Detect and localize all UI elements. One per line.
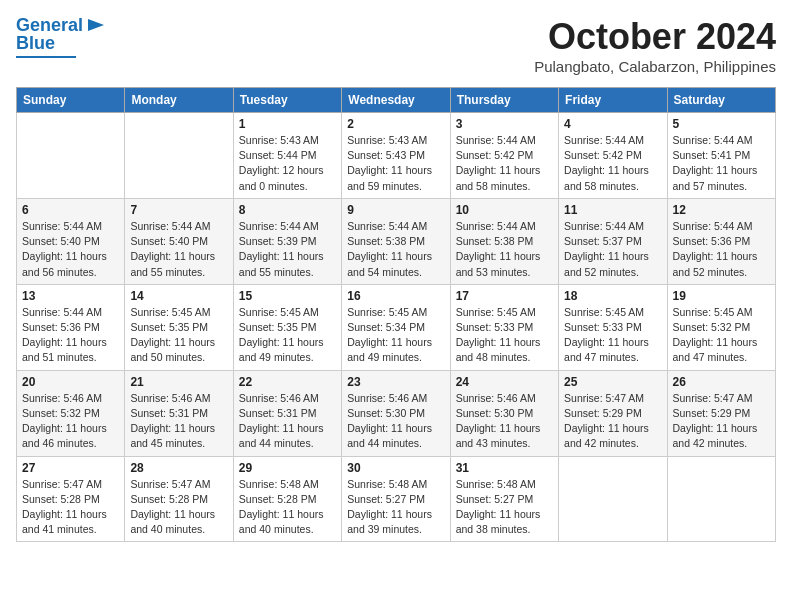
day-info: Sunrise: 5:44 AMSunset: 5:38 PMDaylight:… [456, 219, 553, 280]
day-number: 2 [347, 117, 444, 131]
day-number: 10 [456, 203, 553, 217]
header-monday: Monday [125, 88, 233, 113]
day-info: Sunrise: 5:44 AMSunset: 5:40 PMDaylight:… [130, 219, 227, 280]
day-info: Sunrise: 5:43 AMSunset: 5:43 PMDaylight:… [347, 133, 444, 194]
day-info: Sunrise: 5:48 AMSunset: 5:27 PMDaylight:… [456, 477, 553, 538]
week-row-4: 20Sunrise: 5:46 AMSunset: 5:32 PMDayligh… [17, 370, 776, 456]
day-info: Sunrise: 5:44 AMSunset: 5:40 PMDaylight:… [22, 219, 119, 280]
day-cell: 13Sunrise: 5:44 AMSunset: 5:36 PMDayligh… [17, 284, 125, 370]
svg-marker-0 [88, 19, 104, 31]
day-number: 28 [130, 461, 227, 475]
title-block: October 2024 Pulangbato, Calabarzon, Phi… [534, 16, 776, 75]
day-number: 26 [673, 375, 770, 389]
day-info: Sunrise: 5:44 AMSunset: 5:41 PMDaylight:… [673, 133, 770, 194]
day-cell: 21Sunrise: 5:46 AMSunset: 5:31 PMDayligh… [125, 370, 233, 456]
day-cell: 5Sunrise: 5:44 AMSunset: 5:41 PMDaylight… [667, 113, 775, 199]
day-number: 4 [564, 117, 661, 131]
day-info: Sunrise: 5:48 AMSunset: 5:28 PMDaylight:… [239, 477, 336, 538]
page-header: General Blue October 2024 Pulangbato, Ca… [16, 16, 776, 75]
day-cell: 30Sunrise: 5:48 AMSunset: 5:27 PMDayligh… [342, 456, 450, 542]
day-number: 18 [564, 289, 661, 303]
day-number: 1 [239, 117, 336, 131]
week-row-1: 1Sunrise: 5:43 AMSunset: 5:44 PMDaylight… [17, 113, 776, 199]
header-thursday: Thursday [450, 88, 558, 113]
header-tuesday: Tuesday [233, 88, 341, 113]
day-number: 24 [456, 375, 553, 389]
day-number: 27 [22, 461, 119, 475]
day-cell: 3Sunrise: 5:44 AMSunset: 5:42 PMDaylight… [450, 113, 558, 199]
day-info: Sunrise: 5:45 AMSunset: 5:35 PMDaylight:… [239, 305, 336, 366]
day-number: 3 [456, 117, 553, 131]
day-cell [559, 456, 667, 542]
day-info: Sunrise: 5:47 AMSunset: 5:29 PMDaylight:… [673, 391, 770, 452]
logo: General Blue [16, 16, 106, 58]
week-row-5: 27Sunrise: 5:47 AMSunset: 5:28 PMDayligh… [17, 456, 776, 542]
day-info: Sunrise: 5:44 AMSunset: 5:36 PMDaylight:… [673, 219, 770, 280]
day-info: Sunrise: 5:45 AMSunset: 5:33 PMDaylight:… [456, 305, 553, 366]
day-number: 14 [130, 289, 227, 303]
day-cell: 26Sunrise: 5:47 AMSunset: 5:29 PMDayligh… [667, 370, 775, 456]
week-row-3: 13Sunrise: 5:44 AMSunset: 5:36 PMDayligh… [17, 284, 776, 370]
day-cell: 2Sunrise: 5:43 AMSunset: 5:43 PMDaylight… [342, 113, 450, 199]
day-number: 17 [456, 289, 553, 303]
day-number: 8 [239, 203, 336, 217]
day-cell: 8Sunrise: 5:44 AMSunset: 5:39 PMDaylight… [233, 198, 341, 284]
header-saturday: Saturday [667, 88, 775, 113]
day-number: 12 [673, 203, 770, 217]
day-info: Sunrise: 5:46 AMSunset: 5:31 PMDaylight:… [130, 391, 227, 452]
day-info: Sunrise: 5:45 AMSunset: 5:32 PMDaylight:… [673, 305, 770, 366]
day-cell: 25Sunrise: 5:47 AMSunset: 5:29 PMDayligh… [559, 370, 667, 456]
day-cell: 12Sunrise: 5:44 AMSunset: 5:36 PMDayligh… [667, 198, 775, 284]
day-number: 16 [347, 289, 444, 303]
header-wednesday: Wednesday [342, 88, 450, 113]
day-number: 21 [130, 375, 227, 389]
header-friday: Friday [559, 88, 667, 113]
day-cell: 24Sunrise: 5:46 AMSunset: 5:30 PMDayligh… [450, 370, 558, 456]
day-info: Sunrise: 5:44 AMSunset: 5:42 PMDaylight:… [564, 133, 661, 194]
day-number: 6 [22, 203, 119, 217]
day-cell: 23Sunrise: 5:46 AMSunset: 5:30 PMDayligh… [342, 370, 450, 456]
logo-underline [16, 56, 76, 58]
day-cell: 18Sunrise: 5:45 AMSunset: 5:33 PMDayligh… [559, 284, 667, 370]
day-info: Sunrise: 5:46 AMSunset: 5:31 PMDaylight:… [239, 391, 336, 452]
month-title: October 2024 [534, 16, 776, 58]
day-number: 25 [564, 375, 661, 389]
logo-arrow-icon [86, 15, 106, 35]
day-info: Sunrise: 5:43 AMSunset: 5:44 PMDaylight:… [239, 133, 336, 194]
day-cell: 9Sunrise: 5:44 AMSunset: 5:38 PMDaylight… [342, 198, 450, 284]
day-cell: 10Sunrise: 5:44 AMSunset: 5:38 PMDayligh… [450, 198, 558, 284]
week-row-2: 6Sunrise: 5:44 AMSunset: 5:40 PMDaylight… [17, 198, 776, 284]
calendar-table: Sunday Monday Tuesday Wednesday Thursday… [16, 87, 776, 542]
day-info: Sunrise: 5:46 AMSunset: 5:30 PMDaylight:… [347, 391, 444, 452]
day-cell: 20Sunrise: 5:46 AMSunset: 5:32 PMDayligh… [17, 370, 125, 456]
day-cell: 22Sunrise: 5:46 AMSunset: 5:31 PMDayligh… [233, 370, 341, 456]
day-number: 13 [22, 289, 119, 303]
day-cell: 16Sunrise: 5:45 AMSunset: 5:34 PMDayligh… [342, 284, 450, 370]
day-number: 29 [239, 461, 336, 475]
day-number: 20 [22, 375, 119, 389]
day-number: 31 [456, 461, 553, 475]
day-cell [667, 456, 775, 542]
day-info: Sunrise: 5:47 AMSunset: 5:28 PMDaylight:… [22, 477, 119, 538]
day-cell: 27Sunrise: 5:47 AMSunset: 5:28 PMDayligh… [17, 456, 125, 542]
day-number: 19 [673, 289, 770, 303]
day-cell: 14Sunrise: 5:45 AMSunset: 5:35 PMDayligh… [125, 284, 233, 370]
day-info: Sunrise: 5:45 AMSunset: 5:35 PMDaylight:… [130, 305, 227, 366]
day-info: Sunrise: 5:44 AMSunset: 5:37 PMDaylight:… [564, 219, 661, 280]
day-number: 5 [673, 117, 770, 131]
day-cell: 29Sunrise: 5:48 AMSunset: 5:28 PMDayligh… [233, 456, 341, 542]
day-info: Sunrise: 5:47 AMSunset: 5:29 PMDaylight:… [564, 391, 661, 452]
day-info: Sunrise: 5:44 AMSunset: 5:39 PMDaylight:… [239, 219, 336, 280]
location-subtitle: Pulangbato, Calabarzon, Philippines [534, 58, 776, 75]
day-cell: 11Sunrise: 5:44 AMSunset: 5:37 PMDayligh… [559, 198, 667, 284]
day-number: 23 [347, 375, 444, 389]
day-info: Sunrise: 5:44 AMSunset: 5:38 PMDaylight:… [347, 219, 444, 280]
day-info: Sunrise: 5:44 AMSunset: 5:36 PMDaylight:… [22, 305, 119, 366]
day-info: Sunrise: 5:46 AMSunset: 5:30 PMDaylight:… [456, 391, 553, 452]
day-cell: 1Sunrise: 5:43 AMSunset: 5:44 PMDaylight… [233, 113, 341, 199]
day-cell: 6Sunrise: 5:44 AMSunset: 5:40 PMDaylight… [17, 198, 125, 284]
day-number: 15 [239, 289, 336, 303]
day-cell: 31Sunrise: 5:48 AMSunset: 5:27 PMDayligh… [450, 456, 558, 542]
day-cell: 17Sunrise: 5:45 AMSunset: 5:33 PMDayligh… [450, 284, 558, 370]
day-cell [125, 113, 233, 199]
